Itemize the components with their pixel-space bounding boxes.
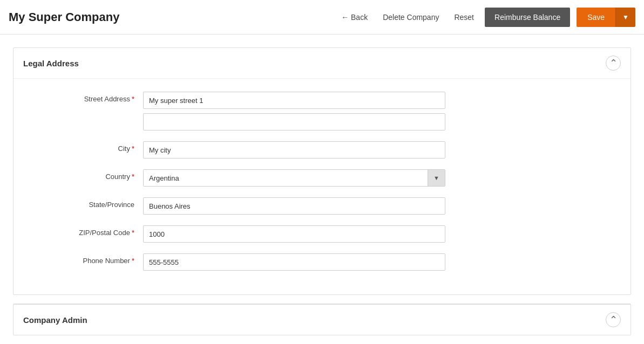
company-admin-header: Company Admin ⌃ bbox=[13, 304, 631, 335]
state-label: State/Province bbox=[35, 197, 143, 209]
country-select-dropdown-button[interactable]: ▼ bbox=[428, 170, 445, 186]
legal-address-header: Legal Address ⌃ bbox=[13, 48, 631, 79]
delete-company-button[interactable]: Delete Company bbox=[378, 11, 443, 24]
company-admin-section: Company Admin ⌃ bbox=[13, 304, 631, 335]
save-button-group: Save ▼ bbox=[577, 8, 635, 27]
reimburse-balance-button[interactable]: Reimburse Balance bbox=[485, 8, 570, 27]
page-title: My Super Company bbox=[9, 10, 328, 24]
state-field bbox=[143, 197, 445, 215]
page-header: My Super Company ← Back Delete Company R… bbox=[0, 0, 644, 35]
required-star: * bbox=[132, 95, 134, 103]
required-star: * bbox=[132, 173, 134, 181]
city-row: City* bbox=[13, 141, 631, 159]
required-star: * bbox=[132, 229, 134, 237]
phone-field bbox=[143, 253, 445, 271]
reset-button[interactable]: Reset bbox=[450, 11, 478, 24]
city-input[interactable] bbox=[143, 141, 445, 159]
legal-address-toggle[interactable]: ⌃ bbox=[606, 56, 621, 71]
city-field bbox=[143, 141, 445, 159]
phone-row: Phone Number* bbox=[13, 253, 631, 271]
zip-field bbox=[143, 225, 445, 243]
legal-address-title: Legal Address bbox=[23, 59, 79, 68]
main-content: Legal Address ⌃ Street Address* City* bbox=[0, 35, 644, 344]
header-actions: ← Back Delete Company Reset Reimburse Ba… bbox=[337, 8, 635, 27]
state-input[interactable] bbox=[143, 197, 445, 215]
country-label: Country* bbox=[35, 169, 143, 181]
street-address-fields bbox=[143, 92, 445, 130]
state-row: State/Province bbox=[13, 197, 631, 215]
country-field: Argentina ▼ bbox=[143, 169, 445, 187]
country-select[interactable]: Argentina bbox=[144, 170, 428, 186]
phone-input[interactable] bbox=[143, 253, 445, 271]
zip-label: ZIP/Postal Code* bbox=[35, 225, 143, 237]
street-address-input[interactable] bbox=[143, 92, 445, 109]
legal-address-section: Legal Address ⌃ Street Address* City* bbox=[13, 47, 631, 295]
city-label: City* bbox=[35, 141, 143, 153]
street-address2-input[interactable] bbox=[143, 113, 445, 130]
street-address-row: Street Address* bbox=[13, 92, 631, 130]
street-address-label: Street Address* bbox=[35, 92, 143, 103]
company-admin-title: Company Admin bbox=[23, 315, 87, 325]
required-star: * bbox=[132, 257, 134, 265]
save-button[interactable]: Save bbox=[577, 8, 615, 27]
country-select-wrapper: Argentina ▼ bbox=[143, 169, 445, 187]
legal-address-body: Street Address* City* Country* bbox=[13, 79, 631, 294]
zip-row: ZIP/Postal Code* bbox=[13, 225, 631, 243]
save-dropdown-button[interactable]: ▼ bbox=[615, 8, 635, 27]
back-button[interactable]: ← Back bbox=[337, 11, 372, 24]
phone-label: Phone Number* bbox=[35, 253, 143, 265]
country-row: Country* Argentina ▼ bbox=[13, 169, 631, 187]
zip-input[interactable] bbox=[143, 225, 445, 243]
company-admin-toggle[interactable]: ⌃ bbox=[606, 312, 621, 327]
required-star: * bbox=[132, 145, 134, 153]
